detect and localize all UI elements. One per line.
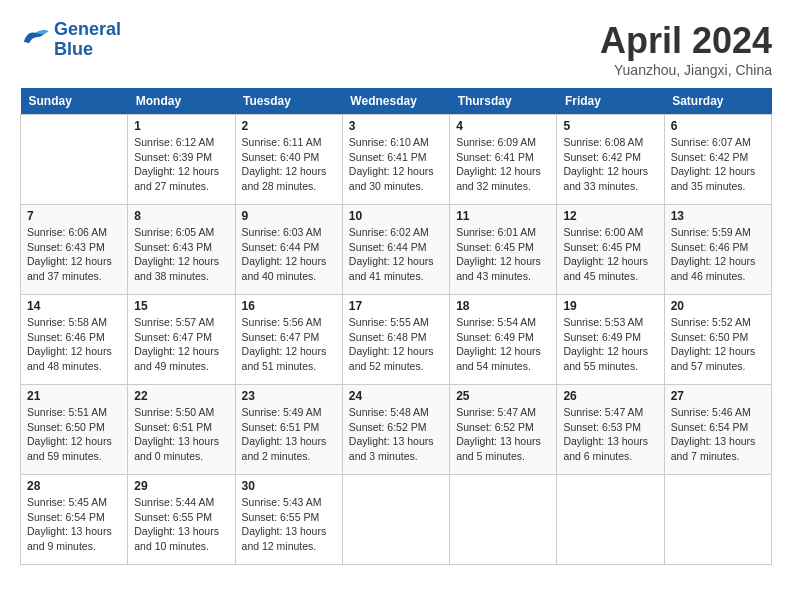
day-number: 6 [671,119,765,133]
day-number: 11 [456,209,550,223]
day-info: Sunrise: 5:44 AMSunset: 6:55 PMDaylight:… [134,495,228,554]
day-info: Sunrise: 6:07 AMSunset: 6:42 PMDaylight:… [671,135,765,194]
calendar-cell: 6Sunrise: 6:07 AMSunset: 6:42 PMDaylight… [664,115,771,205]
day-number: 25 [456,389,550,403]
calendar-week-row: 28Sunrise: 5:45 AMSunset: 6:54 PMDayligh… [21,475,772,565]
day-info: Sunrise: 5:54 AMSunset: 6:49 PMDaylight:… [456,315,550,374]
weekday-header-row: SundayMondayTuesdayWednesdayThursdayFrid… [21,88,772,115]
day-info: Sunrise: 6:00 AMSunset: 6:45 PMDaylight:… [563,225,657,284]
calendar-cell: 8Sunrise: 6:05 AMSunset: 6:43 PMDaylight… [128,205,235,295]
day-info: Sunrise: 6:08 AMSunset: 6:42 PMDaylight:… [563,135,657,194]
calendar-cell: 26Sunrise: 5:47 AMSunset: 6:53 PMDayligh… [557,385,664,475]
logo: General Blue [20,20,121,60]
weekday-header-sunday: Sunday [21,88,128,115]
weekday-header-tuesday: Tuesday [235,88,342,115]
day-info: Sunrise: 5:43 AMSunset: 6:55 PMDaylight:… [242,495,336,554]
day-number: 21 [27,389,121,403]
day-number: 20 [671,299,765,313]
day-info: Sunrise: 5:47 AMSunset: 6:53 PMDaylight:… [563,405,657,464]
day-number: 14 [27,299,121,313]
day-number: 22 [134,389,228,403]
calendar-cell: 27Sunrise: 5:46 AMSunset: 6:54 PMDayligh… [664,385,771,475]
calendar-cell [450,475,557,565]
calendar-cell: 12Sunrise: 6:00 AMSunset: 6:45 PMDayligh… [557,205,664,295]
day-number: 30 [242,479,336,493]
calendar-cell: 20Sunrise: 5:52 AMSunset: 6:50 PMDayligh… [664,295,771,385]
day-info: Sunrise: 6:02 AMSunset: 6:44 PMDaylight:… [349,225,443,284]
day-number: 8 [134,209,228,223]
calendar-cell: 14Sunrise: 5:58 AMSunset: 6:46 PMDayligh… [21,295,128,385]
day-info: Sunrise: 5:57 AMSunset: 6:47 PMDaylight:… [134,315,228,374]
calendar-cell: 28Sunrise: 5:45 AMSunset: 6:54 PMDayligh… [21,475,128,565]
calendar-cell: 22Sunrise: 5:50 AMSunset: 6:51 PMDayligh… [128,385,235,475]
calendar-cell [664,475,771,565]
calendar-cell [342,475,449,565]
day-number: 24 [349,389,443,403]
day-number: 19 [563,299,657,313]
day-info: Sunrise: 5:58 AMSunset: 6:46 PMDaylight:… [27,315,121,374]
day-number: 23 [242,389,336,403]
day-number: 3 [349,119,443,133]
day-number: 13 [671,209,765,223]
calendar-cell: 2Sunrise: 6:11 AMSunset: 6:40 PMDaylight… [235,115,342,205]
day-info: Sunrise: 5:47 AMSunset: 6:52 PMDaylight:… [456,405,550,464]
day-info: Sunrise: 6:09 AMSunset: 6:41 PMDaylight:… [456,135,550,194]
day-info: Sunrise: 5:48 AMSunset: 6:52 PMDaylight:… [349,405,443,464]
day-info: Sunrise: 5:46 AMSunset: 6:54 PMDaylight:… [671,405,765,464]
logo-text-line1: General [54,20,121,40]
calendar-cell: 17Sunrise: 5:55 AMSunset: 6:48 PMDayligh… [342,295,449,385]
day-number: 28 [27,479,121,493]
calendar-cell: 24Sunrise: 5:48 AMSunset: 6:52 PMDayligh… [342,385,449,475]
day-number: 29 [134,479,228,493]
weekday-header-saturday: Saturday [664,88,771,115]
day-number: 18 [456,299,550,313]
day-info: Sunrise: 6:06 AMSunset: 6:43 PMDaylight:… [27,225,121,284]
day-info: Sunrise: 5:51 AMSunset: 6:50 PMDaylight:… [27,405,121,464]
day-info: Sunrise: 5:45 AMSunset: 6:54 PMDaylight:… [27,495,121,554]
day-info: Sunrise: 5:52 AMSunset: 6:50 PMDaylight:… [671,315,765,374]
calendar-cell: 4Sunrise: 6:09 AMSunset: 6:41 PMDaylight… [450,115,557,205]
day-number: 12 [563,209,657,223]
day-info: Sunrise: 6:05 AMSunset: 6:43 PMDaylight:… [134,225,228,284]
day-number: 15 [134,299,228,313]
day-info: Sunrise: 5:55 AMSunset: 6:48 PMDaylight:… [349,315,443,374]
calendar-cell: 29Sunrise: 5:44 AMSunset: 6:55 PMDayligh… [128,475,235,565]
day-info: Sunrise: 6:10 AMSunset: 6:41 PMDaylight:… [349,135,443,194]
calendar-cell: 21Sunrise: 5:51 AMSunset: 6:50 PMDayligh… [21,385,128,475]
day-info: Sunrise: 6:11 AMSunset: 6:40 PMDaylight:… [242,135,336,194]
day-info: Sunrise: 5:56 AMSunset: 6:47 PMDaylight:… [242,315,336,374]
weekday-header-wednesday: Wednesday [342,88,449,115]
weekday-header-thursday: Thursday [450,88,557,115]
calendar-week-row: 7Sunrise: 6:06 AMSunset: 6:43 PMDaylight… [21,205,772,295]
day-number: 17 [349,299,443,313]
day-info: Sunrise: 5:53 AMSunset: 6:49 PMDaylight:… [563,315,657,374]
calendar-week-row: 21Sunrise: 5:51 AMSunset: 6:50 PMDayligh… [21,385,772,475]
day-number: 9 [242,209,336,223]
title-block: April 2024 Yuanzhou, Jiangxi, China [600,20,772,78]
day-info: Sunrise: 5:50 AMSunset: 6:51 PMDaylight:… [134,405,228,464]
day-number: 27 [671,389,765,403]
location-subtitle: Yuanzhou, Jiangxi, China [600,62,772,78]
calendar-cell: 10Sunrise: 6:02 AMSunset: 6:44 PMDayligh… [342,205,449,295]
day-info: Sunrise: 5:59 AMSunset: 6:46 PMDaylight:… [671,225,765,284]
day-number: 1 [134,119,228,133]
calendar-cell: 11Sunrise: 6:01 AMSunset: 6:45 PMDayligh… [450,205,557,295]
calendar-cell: 7Sunrise: 6:06 AMSunset: 6:43 PMDaylight… [21,205,128,295]
calendar-cell: 9Sunrise: 6:03 AMSunset: 6:44 PMDaylight… [235,205,342,295]
day-info: Sunrise: 6:01 AMSunset: 6:45 PMDaylight:… [456,225,550,284]
day-number: 4 [456,119,550,133]
day-info: Sunrise: 5:49 AMSunset: 6:51 PMDaylight:… [242,405,336,464]
day-number: 10 [349,209,443,223]
calendar-cell: 15Sunrise: 5:57 AMSunset: 6:47 PMDayligh… [128,295,235,385]
calendar-cell: 18Sunrise: 5:54 AMSunset: 6:49 PMDayligh… [450,295,557,385]
calendar-cell: 30Sunrise: 5:43 AMSunset: 6:55 PMDayligh… [235,475,342,565]
calendar-cell: 16Sunrise: 5:56 AMSunset: 6:47 PMDayligh… [235,295,342,385]
calendar-cell: 3Sunrise: 6:10 AMSunset: 6:41 PMDaylight… [342,115,449,205]
calendar-cell: 19Sunrise: 5:53 AMSunset: 6:49 PMDayligh… [557,295,664,385]
logo-bird-icon [20,26,50,50]
calendar-week-row: 14Sunrise: 5:58 AMSunset: 6:46 PMDayligh… [21,295,772,385]
day-number: 7 [27,209,121,223]
logo-text-line2: Blue [54,40,121,60]
calendar-cell [21,115,128,205]
calendar-cell [557,475,664,565]
